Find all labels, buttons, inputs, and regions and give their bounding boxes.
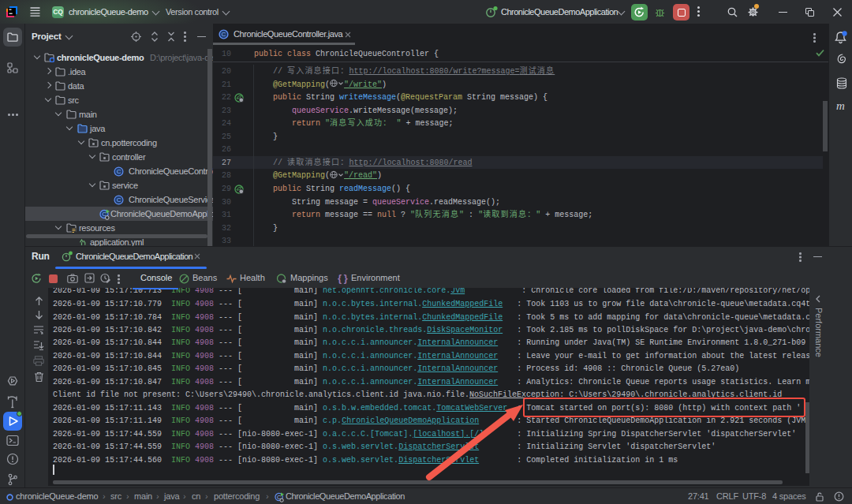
svg-text:C: C: [117, 168, 121, 175]
svg-text:C: C: [117, 196, 121, 203]
svg-text:C: C: [222, 31, 226, 38]
